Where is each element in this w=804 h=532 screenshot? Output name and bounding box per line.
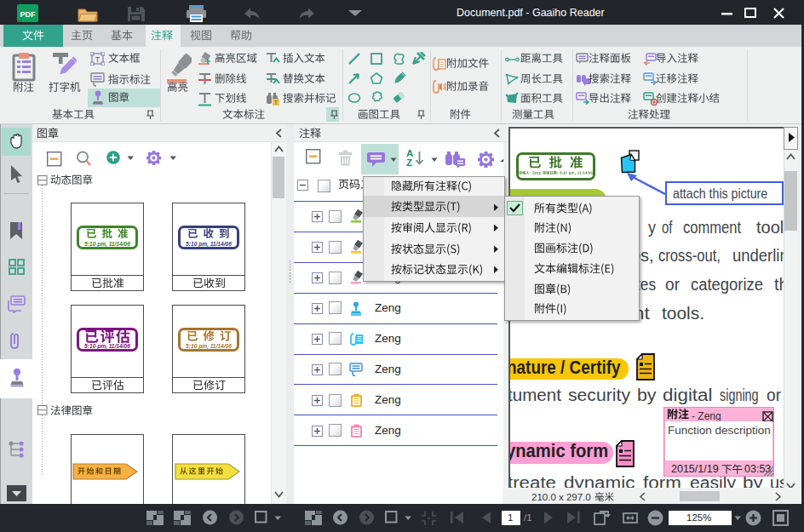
svg-text:T: T	[95, 55, 100, 64]
svg-text:PDF: PDF	[20, 10, 37, 19]
svg-text:T: T	[274, 100, 279, 106]
